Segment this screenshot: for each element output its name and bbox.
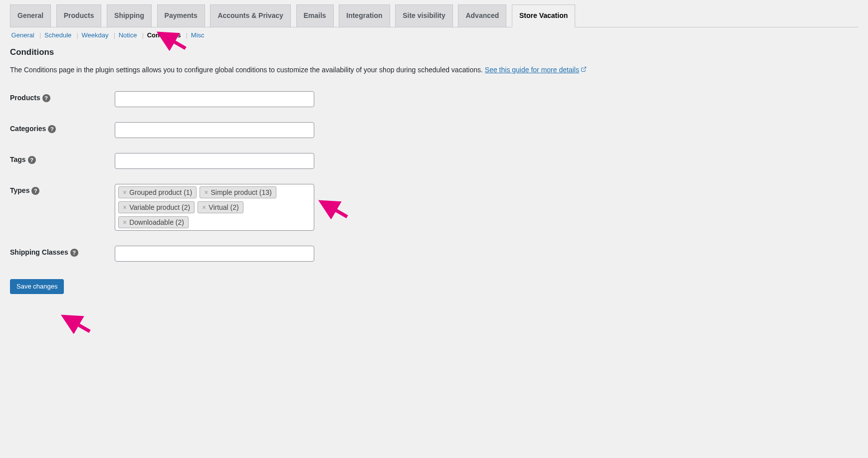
products-input[interactable] [115,91,314,107]
conditions-form: Products? Categories? Tags? Types? ×Grou… [10,84,858,269]
type-tag: ×Downloadable (2) [118,216,189,228]
help-icon[interactable]: ? [42,94,50,102]
products-label: Products [10,94,40,102]
guide-link[interactable]: See this guide for more details [485,66,587,74]
categories-input[interactable] [115,122,314,138]
tab-accounts-privacy[interactable]: Accounts & Privacy [210,4,291,27]
type-tag-label: Simple product (13) [211,188,271,196]
tags-label: Tags [10,155,26,163]
remove-tag-icon[interactable]: × [204,189,208,196]
type-tag-label: Variable product (2) [129,203,190,211]
subtab-schedule[interactable]: Schedule [43,30,72,40]
subtab-weekday[interactable]: Weekday [80,30,110,40]
tab-emails[interactable]: Emails [296,4,334,27]
type-tag: ×Grouped product (1) [118,186,197,198]
svg-line-0 [583,67,586,70]
type-tag-label: Virtual (2) [209,203,238,211]
save-button[interactable]: Save changes [10,279,64,294]
shipping-classes-label: Shipping Classes [10,248,68,256]
categories-label: Categories [10,125,46,133]
tab-general[interactable]: General [10,4,51,27]
tab-store-vacation[interactable]: Store Vacation [512,4,575,27]
type-tag: ×Simple product (13) [200,186,276,198]
tab-shipping[interactable]: Shipping [107,4,152,27]
remove-tag-icon[interactable]: × [123,189,127,196]
subtab-conditions[interactable]: Conditions [146,30,182,40]
subtab-misc[interactable]: Misc [190,30,206,40]
tab-integration[interactable]: Integration [339,4,390,27]
shipping-classes-input[interactable] [115,246,314,262]
page-title: Conditions [10,47,858,57]
main-tabs: General Products Shipping Payments Accou… [10,0,858,27]
subtab-notice[interactable]: Notice [117,30,138,40]
remove-tag-icon[interactable]: × [202,204,206,211]
type-tag: ×Variable product (2) [118,201,195,213]
help-icon[interactable]: ? [31,187,39,195]
types-label: Types [10,186,29,194]
remove-tag-icon[interactable]: × [123,204,127,211]
sub-tabs: General |Schedule |Weekday |Notice |Cond… [10,31,858,39]
external-link-icon [581,66,587,74]
tab-site-visibility[interactable]: Site visibility [395,4,453,27]
remove-tag-icon[interactable]: × [123,219,127,226]
page-description: The Conditions page in the plugin settin… [10,66,858,74]
subtab-general[interactable]: General [10,30,35,40]
tab-products[interactable]: Products [56,4,102,27]
help-icon[interactable]: ? [48,125,56,133]
type-tag-label: Grouped product (1) [129,188,192,196]
types-input[interactable]: ×Grouped product (1)×Simple product (13)… [115,184,314,231]
tab-payments[interactable]: Payments [157,4,205,27]
help-icon[interactable]: ? [28,156,36,164]
tags-input[interactable] [115,153,314,169]
type-tag: ×Virtual (2) [198,201,243,213]
help-icon[interactable]: ? [70,249,78,257]
tab-advanced[interactable]: Advanced [458,4,506,27]
type-tag-label: Downloadable (2) [129,218,184,226]
